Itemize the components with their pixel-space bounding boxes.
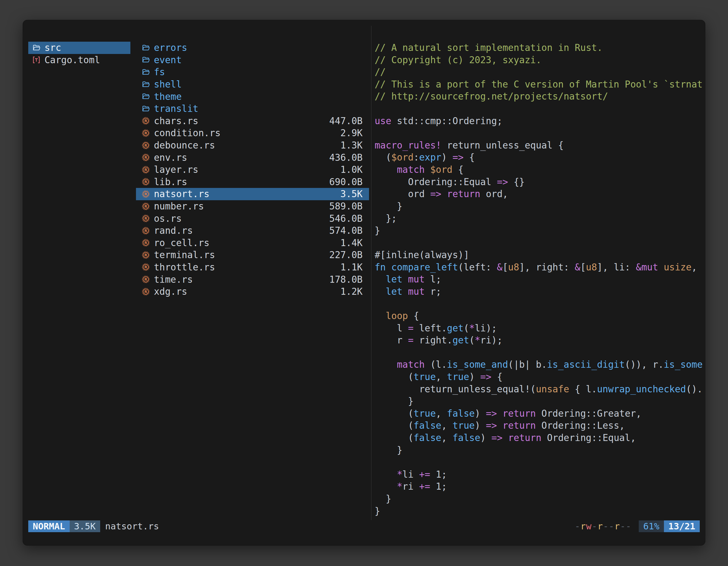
code-token: right. (414, 335, 452, 346)
code-token: false (447, 408, 475, 419)
entry-name: lib.rs (154, 177, 326, 187)
code-token (502, 432, 508, 443)
code-token: ) (469, 371, 480, 382)
pane-divider (371, 26, 372, 520)
code-line: // A natural sort implementation in Rust… (375, 42, 703, 54)
entry-name: rand.rs (154, 225, 326, 236)
preview-pane: // A natural sort implementation in Rust… (375, 42, 703, 517)
file-row[interactable]: Ros.rs546.0B (136, 212, 369, 225)
entry-name: condition.rs (154, 128, 337, 139)
code-line (375, 127, 703, 139)
file-row[interactable]: Rlib.rs690.0B (136, 176, 369, 188)
code-token: { (408, 310, 419, 321)
dir-row[interactable]: event (136, 54, 369, 66)
dir-row[interactable]: fs (136, 66, 369, 78)
entry-size: 1.0K (340, 164, 363, 175)
dir-row[interactable]: src (28, 42, 130, 54)
code-token: mut (408, 274, 430, 285)
file-row[interactable]: Renv.rs436.0B (136, 151, 369, 164)
entry-size: 227.0B (329, 250, 363, 261)
entry-name: natsort.rs (154, 189, 337, 200)
file-row[interactable]: Rro_cell.rs1.4K (136, 237, 369, 249)
code-line: *li += 1; (375, 468, 703, 481)
entry-name: number.rs (154, 201, 326, 212)
code-token: { (464, 152, 475, 163)
code-token: let (386, 286, 408, 297)
permission-char: r (597, 521, 603, 532)
code-token: return_unless_equal!( (375, 384, 536, 394)
svg-text:R: R (144, 155, 147, 160)
file-position-badge: 13/21 (664, 520, 700, 532)
code-token: => (491, 432, 502, 443)
entry-size: 690.0B (329, 177, 363, 187)
code-token: , (441, 432, 452, 443)
code-token: true (414, 371, 436, 382)
code-line (375, 456, 703, 468)
terminal-window: srcCargo.toml errorseventfsshellthemetra… (23, 20, 705, 546)
code-token: r (375, 335, 408, 346)
status-bar: NORMAL 3.5K natsort.rs -rw-r--r-- 61% 13… (28, 520, 700, 532)
code-token: 1; (430, 481, 447, 492)
code-token: => (486, 420, 497, 431)
code-token: left. (414, 323, 447, 333)
file-row[interactable]: Rrand.rs574.0B (136, 225, 369, 237)
code-line (375, 346, 703, 359)
code-token: (left: (458, 262, 497, 273)
code-token: ()), r. (625, 359, 664, 370)
code-line: match (l.is_some_and(|b| b.is_ascii_digi… (375, 358, 703, 371)
permission-char: r (614, 521, 620, 532)
entry-size: 1.2K (340, 286, 363, 297)
code-token: (|b| b. (508, 359, 547, 370)
code-token: fn compare_left (375, 262, 458, 273)
dir-row[interactable]: errors (136, 42, 369, 54)
file-row[interactable]: Rxdg.rs1.2K (136, 285, 369, 298)
code-line (375, 237, 703, 249)
entry-name: throttle.rs (154, 262, 337, 273)
code-token: (l. (425, 359, 447, 370)
file-row[interactable]: Rcondition.rs2.9K (136, 127, 369, 139)
code-token (375, 481, 397, 492)
file-row[interactable]: Rchars.rs447.0B (136, 115, 369, 127)
entry-size: 1.3K (340, 140, 363, 151)
code-token: } (375, 445, 402, 455)
rust-icon: R (142, 153, 154, 162)
file-row[interactable]: Rnatsort.rs3.5K (136, 188, 369, 200)
svg-text:R: R (144, 277, 147, 282)
dir-row[interactable]: theme (136, 90, 369, 103)
code-token: true (452, 420, 475, 431)
file-row[interactable]: Rdebounce.rs1.3K (136, 139, 369, 152)
code-token: = (408, 335, 414, 346)
file-row[interactable]: Rtime.rs178.0B (136, 273, 369, 285)
file-row[interactable]: Cargo.toml (28, 54, 130, 66)
entry-name: ro_cell.rs (154, 238, 337, 248)
rust-icon: R (142, 178, 154, 186)
rust-icon: R (142, 141, 154, 150)
code-line: ord => return ord, (375, 188, 703, 200)
svg-text:R: R (144, 216, 147, 221)
folder-icon (142, 44, 154, 52)
code-line: } (375, 505, 703, 517)
code-token: Ordering::Greater, (536, 408, 642, 419)
code-line: let mut r; (375, 285, 703, 298)
code-token: ord (375, 189, 430, 200)
code-line: (false, true) => return Ordering::Less, (375, 419, 703, 432)
code-token: , (441, 420, 452, 431)
code-token: l; (430, 274, 442, 285)
code-token: use (375, 116, 397, 126)
file-row[interactable]: Rthrottle.rs1.1K (136, 261, 369, 274)
svg-text:R: R (144, 289, 147, 294)
folder-icon (142, 56, 154, 64)
code-token: // http://sourcefrog.net/projects/natsor… (375, 91, 608, 102)
file-row[interactable]: Rnumber.rs589.0B (136, 200, 369, 213)
code-token: Ordering::Equal (375, 177, 497, 187)
code-token: ) (480, 432, 492, 443)
code-token: } (375, 396, 414, 407)
file-row[interactable]: Rterminal.rs227.0B (136, 249, 369, 261)
code-line: } (375, 200, 703, 213)
code-token: += (419, 481, 430, 492)
dir-row[interactable]: shell (136, 78, 369, 91)
entry-size: 546.0B (329, 213, 363, 224)
file-row[interactable]: Rlayer.rs1.0K (136, 164, 369, 176)
entry-name: debounce.rs (154, 140, 337, 151)
dir-row[interactable]: translit (136, 103, 369, 115)
